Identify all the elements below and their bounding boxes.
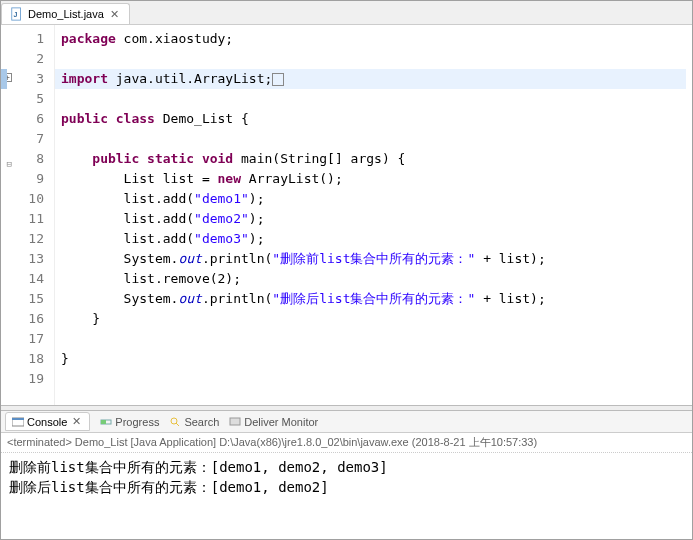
code-line[interactable]: } bbox=[61, 349, 692, 369]
code-line[interactable]: list.remove(2); bbox=[61, 269, 692, 289]
file-tab[interactable]: J Demo_List.java ✕ bbox=[1, 3, 130, 24]
code-line[interactable]: public class Demo_List { bbox=[61, 109, 692, 129]
close-icon[interactable]: ✕ bbox=[108, 8, 121, 21]
line-number: 17 bbox=[1, 329, 44, 349]
console-icon bbox=[12, 416, 24, 428]
line-number: 6 bbox=[1, 109, 44, 129]
java-file-icon: J bbox=[10, 7, 24, 21]
tab-filename: Demo_List.java bbox=[28, 8, 104, 20]
line-number: 15 bbox=[1, 289, 44, 309]
code-line[interactable]: list.add("demo1"); bbox=[61, 189, 692, 209]
monitor-icon bbox=[229, 416, 241, 428]
change-marker bbox=[1, 69, 7, 89]
line-gutter: 123+5678⊟910111213141516171819 bbox=[1, 25, 55, 405]
code-line[interactable]: list.add("demo2"); bbox=[61, 209, 692, 229]
code-editor[interactable]: 123+5678⊟910111213141516171819 package c… bbox=[1, 25, 692, 405]
tab-deliver[interactable]: Deliver Monitor bbox=[229, 416, 318, 428]
editor-tabs: J Demo_List.java ✕ bbox=[1, 1, 692, 25]
tab-deliver-label: Deliver Monitor bbox=[244, 416, 318, 428]
code-line[interactable] bbox=[61, 89, 692, 109]
line-number: 5 bbox=[1, 89, 44, 109]
search-icon bbox=[169, 416, 181, 428]
line-number: 13 bbox=[1, 249, 44, 269]
line-number: 16 bbox=[1, 309, 44, 329]
line-number: 2 bbox=[1, 49, 44, 69]
code-area[interactable]: package com.xiaostudy; import java.util.… bbox=[55, 25, 692, 405]
code-line[interactable]: } bbox=[61, 309, 692, 329]
tab-console-label: Console bbox=[27, 416, 67, 428]
console-tabs: Console ✕ Progress Search Deliver Monito… bbox=[1, 411, 692, 433]
fold-icon[interactable]: ⊟ bbox=[3, 154, 12, 163]
close-icon[interactable]: ✕ bbox=[70, 415, 83, 428]
code-line[interactable] bbox=[61, 129, 692, 149]
tab-console[interactable]: Console ✕ bbox=[5, 412, 90, 431]
line-number: 14 bbox=[1, 269, 44, 289]
code-line[interactable] bbox=[61, 369, 692, 389]
tab-progress-label: Progress bbox=[115, 416, 159, 428]
tab-search[interactable]: Search bbox=[169, 416, 219, 428]
code-line[interactable] bbox=[61, 329, 692, 349]
terminated-label: <terminated> Demo_List [Java Application… bbox=[1, 433, 692, 453]
code-line[interactable]: public static void main(String[] args) { bbox=[61, 149, 692, 169]
code-line[interactable]: List list = new ArrayList(); bbox=[61, 169, 692, 189]
svg-rect-8 bbox=[230, 418, 240, 425]
line-number: 12 bbox=[1, 229, 44, 249]
line-number: 18 bbox=[1, 349, 44, 369]
svg-rect-3 bbox=[12, 418, 24, 420]
code-line[interactable]: list.add("demo3"); bbox=[61, 229, 692, 249]
tab-progress[interactable]: Progress bbox=[100, 416, 159, 428]
line-number: 1 bbox=[1, 29, 44, 49]
line-number: 8⊟ bbox=[1, 149, 44, 169]
code-line[interactable]: System.out.println("删除前list集合中所有的元素：" + … bbox=[61, 249, 692, 269]
tab-search-label: Search bbox=[184, 416, 219, 428]
code-line[interactable]: package com.xiaostudy; bbox=[61, 29, 692, 49]
code-line[interactable]: import java.util.ArrayList; bbox=[55, 69, 686, 89]
line-number: 3+ bbox=[1, 69, 44, 89]
line-number: 11 bbox=[1, 209, 44, 229]
code-line[interactable] bbox=[61, 49, 692, 69]
svg-line-7 bbox=[176, 423, 179, 426]
svg-text:J: J bbox=[14, 11, 18, 18]
progress-icon bbox=[100, 416, 112, 428]
console-output: 删除前list集合中所有的元素：[demo1, demo2, demo3] 删除… bbox=[1, 453, 692, 501]
svg-rect-5 bbox=[101, 420, 106, 424]
line-number: 9 bbox=[1, 169, 44, 189]
code-line[interactable]: System.out.println("删除后list集合中所有的元素：" + … bbox=[61, 289, 692, 309]
line-number: 10 bbox=[1, 189, 44, 209]
line-number: 7 bbox=[1, 129, 44, 149]
line-number: 19 bbox=[1, 369, 44, 389]
